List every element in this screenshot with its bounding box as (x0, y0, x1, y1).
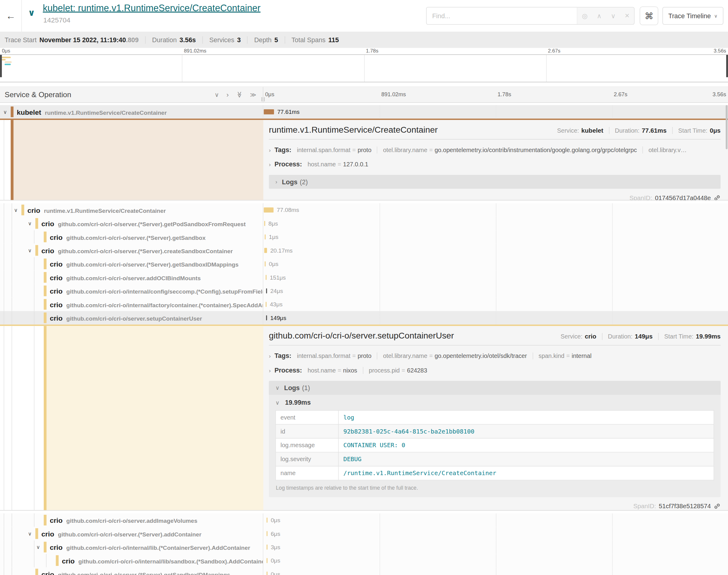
tag-item[interactable]: internal.span.format=proto (297, 146, 377, 153)
span-row[interactable]: criogithub.com/cri-o/cri-o/server.(*Serv… (0, 567, 728, 575)
span-row[interactable]: ∨criogithub.com/cri-o/cri-o/server.(*Ser… (0, 244, 728, 257)
tag-item[interactable]: internal.span.format=proto (297, 352, 377, 360)
logs-toggle[interactable]: › Logs (2) (269, 175, 720, 189)
span-duration: 0μs (271, 557, 280, 564)
service-name: criogithub.com/cri-o/cri-o/server.(*Serv… (50, 233, 206, 241)
minimap-left-handle[interactable] (0, 55, 2, 77)
tag-item[interactable]: host.name=127.0.0.1 (308, 161, 374, 168)
operation-name: github.com/cri-o/cri-o/server.addImageVo… (66, 518, 197, 524)
chevron-right-icon: › (269, 353, 271, 360)
expand-all-icon[interactable]: ≫ (250, 92, 256, 98)
trace-view-selector[interactable]: Trace Timeline ∨ (662, 7, 723, 25)
span-row[interactable]: criogithub.com/cri-o/cri-o/server.(*Serv… (0, 230, 728, 243)
summary-label: Depth (254, 36, 271, 44)
collapse-all-icon[interactable]: ≫ (236, 91, 242, 98)
span-row[interactable]: criogithub.com/cri-o/cri-o/internal/conf… (0, 284, 728, 298)
span-bar[interactable] (267, 571, 268, 575)
chevron-right-icon: › (269, 147, 271, 153)
expand-chevron-icon[interactable]: ∨ (36, 544, 40, 550)
tag-item[interactable]: otel.library.v… (642, 146, 692, 153)
page-header: ← ∨ kubelet: runtime.v1.RuntimeService/C… (0, 0, 728, 32)
span-bar[interactable] (264, 207, 273, 212)
service-name: criogithub.com/cri-o/cri-o/server.(*Serv… (41, 219, 246, 227)
span-bar[interactable] (264, 109, 274, 114)
time-tick-label: 1.78s (364, 48, 378, 54)
trace-title-link[interactable]: kubelet: runtime.v1.RuntimeService/Creat… (43, 3, 261, 13)
span-row[interactable]: criogithub.com/cri-o/cri-o/internal/lib/… (0, 554, 728, 567)
service-name: crioruntime.v1.RuntimeService/CreateCont… (27, 206, 166, 214)
span-duration: 1μs (269, 234, 278, 240)
span-row[interactable]: ∨crioruntime.v1.RuntimeService/CreateCon… (0, 203, 728, 216)
chevron-down-icon: ∨ (714, 13, 717, 19)
summary-value: 3.56s (179, 36, 196, 44)
span-row[interactable]: criogithub.com/cri-o/cri-o/server.setupC… (0, 311, 728, 325)
tag-item[interactable]: otel.library.name=go.opentelemetry.io/ot… (377, 352, 532, 360)
expand-chevron-icon[interactable]: ∨ (28, 221, 32, 227)
start-time-value: 19.99ms (696, 333, 721, 340)
span-bar[interactable] (267, 531, 268, 536)
expand-one-icon[interactable]: › (227, 91, 229, 98)
operation-name: runtime.v1.RuntimeService/CreateContaine… (44, 207, 166, 214)
span-row[interactable]: ∨criogithub.com/cri-o/cri-o/server.(*Ser… (0, 527, 728, 540)
chevron-right-icon: › (275, 178, 277, 185)
duration-value: 77.61ms (642, 127, 667, 134)
expand-chevron-icon[interactable]: ∨ (14, 207, 18, 213)
spanid-value: 0174567d17a0448e (655, 194, 711, 200)
span-row[interactable]: ∨kubeletruntime.v1.RuntimeService/Create… (0, 105, 728, 119)
crio-color-bar (44, 326, 46, 510)
clear-find-icon[interactable]: × (625, 11, 629, 21)
span-row[interactable]: ∨criogithub.com/cri-o/cri-o/server.(*Ser… (0, 217, 728, 230)
minimap-span (2, 59, 5, 61)
logs-toggle[interactable]: ∨ Logs (1) (269, 381, 720, 395)
span-row[interactable]: criogithub.com/cri-o/cri-o/server.addOCI… (0, 270, 728, 284)
minimap-span (5, 64, 11, 65)
expand-chevron-icon[interactable]: ∨ (28, 247, 32, 253)
locate-icon[interactable]: ◎ (582, 12, 588, 20)
copy-link-icon[interactable] (714, 503, 721, 510)
span-bar[interactable] (266, 302, 267, 307)
tag-item[interactable]: host.name=nixos (308, 367, 363, 374)
span-row[interactable]: ∨criogithub.com/cri-o/cri-o/internal/lib… (0, 540, 728, 554)
service-label: Service: (557, 127, 579, 134)
expand-chevron-icon[interactable]: ∨ (3, 109, 7, 115)
span-bar[interactable] (266, 315, 267, 320)
summary-label: Duration (152, 36, 177, 44)
span-row[interactable]: criogithub.com/cri-o/cri-o/server.addIma… (0, 513, 728, 527)
log-entry-toggle[interactable]: ∨ 19.99ms (275, 399, 714, 406)
process-row[interactable]: › Process: host.name=127.0.0.1 (269, 160, 720, 168)
span-bar[interactable] (264, 221, 265, 226)
scrollbar-thumb[interactable] (726, 105, 727, 149)
span-bar[interactable] (267, 518, 268, 523)
span-bar[interactable] (265, 234, 266, 240)
span-bar[interactable] (267, 545, 268, 550)
copy-link-icon[interactable] (714, 194, 721, 200)
collapse-one-icon[interactable]: ∨ (215, 92, 219, 98)
span-bar[interactable] (264, 248, 267, 253)
prev-result-icon[interactable]: ∧ (597, 12, 602, 20)
log-field-row: log.messageCONTAINER USER: 0 (276, 438, 714, 452)
span-row[interactable]: criogithub.com/cri-o/cri-o/internal/fact… (0, 298, 728, 311)
tags-row[interactable]: › Tags: internal.span.format=protootel.l… (269, 145, 720, 154)
timeline-tick-labels: 0μs891.02ms1.78s2.67s3.56s (263, 87, 728, 102)
process-row[interactable]: › Process: host.name=nixosprocess.pid=62… (269, 366, 720, 374)
back-button[interactable]: ← (0, 0, 22, 32)
find-input[interactable] (427, 8, 577, 24)
expand-chevron-icon[interactable]: ∨ (28, 531, 32, 537)
span-row[interactable]: criogithub.com/cri-o/cri-o/server.(*Serv… (0, 257, 728, 270)
span-bar[interactable] (266, 275, 267, 280)
detail-indent-area (0, 120, 263, 200)
span-bar[interactable] (265, 261, 266, 267)
summary-item: Trace StartNovember 15 2022, 11:19:40.80… (5, 36, 145, 44)
tags-row[interactable]: › Tags: internal.span.format=protootel.l… (269, 351, 720, 360)
next-result-icon[interactable]: ∨ (611, 12, 616, 20)
minimap-right-handle[interactable] (726, 55, 728, 77)
minimap-canvas[interactable] (0, 54, 728, 82)
tag-item[interactable]: otel.library.name=go.opentelemetry.io/co… (377, 146, 642, 153)
tag-item[interactable]: span.kind=internal (532, 352, 597, 360)
tag-item[interactable]: process.pid=624283 (363, 367, 432, 374)
span-bar[interactable] (267, 558, 268, 563)
time-tick-label: 891.02ms (379, 91, 406, 97)
collapse-trace-header-icon[interactable]: ∨ (28, 8, 35, 18)
span-bar[interactable] (266, 289, 267, 294)
keyboard-shortcuts-button[interactable]: ⌘ (640, 6, 658, 25)
